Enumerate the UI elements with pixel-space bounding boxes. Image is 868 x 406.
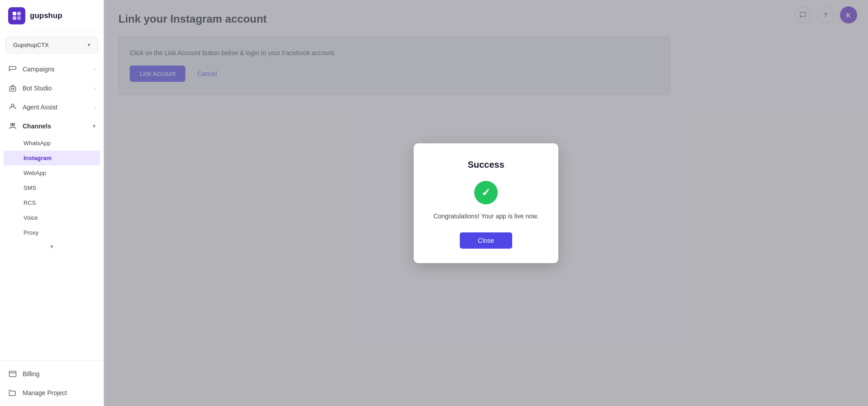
sidebar-logo: gupshup [0, 0, 104, 32]
svg-point-5 [11, 88, 12, 89]
sidebar-item-campaigns[interactable]: Campaigns › [0, 60, 104, 79]
agent-assist-icon [8, 103, 17, 112]
org-chevron-icon: ▾ [88, 42, 90, 48]
modal-close-button[interactable]: Close [460, 232, 512, 249]
billing-label: Billing [23, 370, 39, 378]
org-name: GupshupCTX [13, 42, 49, 48]
sms-label: SMS [24, 184, 36, 191]
whatsapp-label: WhatsApp [24, 140, 51, 146]
modal-overlay: Success ✓ Congratulations! Your app is l… [104, 0, 868, 406]
modal-message: Congratulations! Your app is live now. [434, 212, 539, 220]
campaigns-icon [8, 65, 17, 74]
campaigns-label: Campaigns [23, 66, 55, 73]
sidebar-item-webapp[interactable]: WebApp [0, 165, 104, 180]
success-modal: Success ✓ Congratulations! Your app is l… [414, 143, 558, 263]
sidebar-item-manage-project[interactable]: Manage Project [0, 383, 104, 402]
agent-assist-label: Agent Assist [23, 104, 57, 111]
campaigns-chevron-icon: › [94, 67, 95, 72]
svg-point-9 [13, 123, 15, 126]
manage-project-icon [8, 388, 17, 397]
channels-label: Channels [23, 123, 51, 130]
svg-rect-2 [13, 16, 16, 20]
sidebar-item-proxy[interactable]: Proxy [0, 225, 104, 240]
sidebar-item-billing[interactable]: Billing [0, 364, 104, 383]
success-icon: ✓ [474, 181, 498, 204]
voice-label: Voice [24, 214, 38, 221]
sidebar-item-rcs[interactable]: RCS [0, 195, 104, 210]
channels-header[interactable]: Channels ▾ [0, 117, 104, 136]
svg-point-6 [13, 88, 14, 89]
svg-rect-0 [13, 12, 16, 15]
logo-text: gupshup [30, 11, 62, 20]
instagram-label: Instagram [24, 155, 52, 161]
rcs-label: RCS [24, 199, 36, 206]
agent-assist-chevron-icon: › [94, 105, 95, 110]
webapp-label: WebApp [24, 170, 46, 176]
proxy-label: Proxy [24, 229, 38, 236]
sidebar-bottom: Billing Manage Project [0, 360, 104, 406]
bot-studio-label: Bot Studio [23, 85, 52, 92]
billing-icon [8, 369, 17, 378]
modal-title: Success [467, 160, 504, 170]
channels-icon [8, 122, 17, 131]
scroll-down-icon: ▾ [50, 243, 53, 250]
sidebar-item-agent-assist[interactable]: Agent Assist › [0, 98, 104, 117]
sidebar-item-bot-studio[interactable]: Bot Studio › [0, 79, 104, 98]
sidebar-item-voice[interactable]: Voice [0, 210, 104, 225]
logo-icon [8, 7, 25, 24]
bot-studio-icon [8, 84, 17, 93]
manage-project-label: Manage Project [23, 389, 67, 397]
sidebar: gupshup GupshupCTX ▾ Campaigns › [0, 0, 104, 406]
sidebar-nav: Campaigns › Bot Studio › [0, 58, 104, 360]
svg-rect-3 [17, 16, 21, 20]
org-selector[interactable]: GupshupCTX ▾ [5, 37, 98, 53]
channels-section: Channels ▾ WhatsApp Instagram WebApp SMS… [0, 117, 104, 240]
scroll-down-btn[interactable]: ▾ [0, 240, 104, 253]
svg-rect-1 [17, 12, 21, 15]
sidebar-item-instagram[interactable]: Instagram [4, 151, 100, 165]
checkmark-icon: ✓ [481, 186, 491, 199]
main-content: ? K Link your Instagram account Click on… [104, 0, 868, 406]
svg-point-7 [11, 104, 14, 107]
svg-rect-10 [9, 371, 16, 377]
svg-rect-4 [9, 87, 16, 91]
sidebar-item-whatsapp[interactable]: WhatsApp [0, 136, 104, 151]
bot-studio-chevron-icon: › [94, 86, 95, 91]
channels-chevron-icon: ▾ [93, 123, 95, 129]
sidebar-item-sms[interactable]: SMS [0, 180, 104, 195]
